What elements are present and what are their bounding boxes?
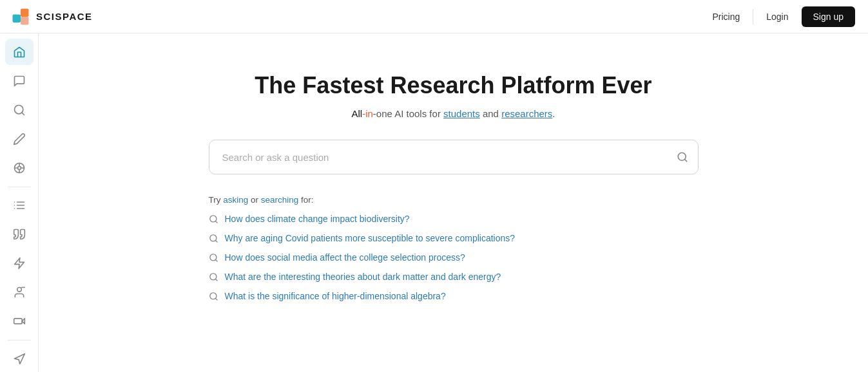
svg-rect-1 [21, 8, 28, 16]
svg-line-25 [215, 221, 217, 223]
suggestions-label-asking: asking [223, 195, 248, 205]
search-input[interactable] [209, 140, 699, 174]
sidebar-item-person[interactable] [5, 279, 34, 306]
subtitle-students: students [443, 108, 480, 119]
svg-rect-0 [13, 14, 21, 22]
search-circle-icon [13, 104, 26, 116]
svg-rect-20 [14, 319, 22, 324]
svg-marker-17 [14, 258, 24, 269]
sidebar-item-search[interactable] [5, 97, 34, 123]
sidebar-item-extensions[interactable] [5, 154, 34, 181]
suggestion-item-5[interactable]: What is the significance of higher-dimen… [209, 291, 699, 301]
logo-text: SCISPACE [36, 11, 93, 22]
suggestion-item-2[interactable]: Why are aging Covid patients more suscep… [209, 233, 699, 243]
suggestion-search-icon-5 [209, 292, 218, 301]
subtitle-one: -one AI tools for [373, 108, 443, 119]
logo-area: SCISPACE [10, 6, 93, 27]
pricing-button[interactable]: Pricing [702, 6, 750, 27]
suggestions-label-middle: or [248, 195, 261, 205]
signup-button[interactable]: Sign up [802, 6, 855, 27]
sidebar-item-quotes[interactable] [5, 221, 34, 248]
svg-point-18 [17, 288, 21, 292]
suggestion-text-5: What is the significance of higher-dimen… [225, 291, 446, 301]
svg-line-29 [215, 259, 217, 261]
bolt-icon [13, 257, 26, 270]
sidebar-item-megaphone[interactable] [5, 346, 34, 372]
megaphone-icon [13, 353, 26, 366]
nav-divider [753, 9, 753, 24]
sidebar-item-chat[interactable] [5, 68, 34, 94]
search-button[interactable] [677, 151, 688, 163]
suggestion-text-1: How does climate change impact biodivers… [225, 214, 410, 224]
svg-line-33 [215, 298, 217, 300]
suggestion-item-1[interactable]: How does climate change impact biodivers… [209, 214, 699, 224]
nav-right: Pricing Login Sign up [702, 6, 855, 27]
home-icon [13, 46, 26, 59]
sidebar-item-edit[interactable] [5, 126, 34, 152]
suggestion-text-2: Why are aging Covid patients more suscep… [225, 233, 516, 243]
suggestion-text-3: How does social media affect the college… [225, 252, 465, 263]
sidebar-item-list[interactable] [5, 192, 34, 218]
suggestion-search-icon-1 [209, 214, 218, 224]
sidebar-divider-2 [8, 340, 31, 340]
svg-line-4 [21, 113, 24, 115]
person-badge-icon [13, 286, 26, 299]
sidebar-item-video[interactable] [5, 308, 34, 335]
svg-line-27 [215, 240, 217, 242]
suggestions-label: Try asking or searching for: [209, 195, 699, 205]
suggestion-search-icon-4 [209, 272, 218, 282]
quote-icon [13, 228, 26, 241]
subtitle-all: All [351, 108, 362, 119]
subtitle-in: -in [362, 108, 373, 119]
extensions-icon [13, 162, 26, 174]
topnav: SCISPACE Pricing Login Sign up [0, 0, 868, 33]
video-icon [13, 315, 26, 328]
logo-icon [10, 6, 31, 27]
suggestions-label-searching: searching [261, 195, 299, 205]
subtitle-and: and [480, 108, 501, 119]
subtitle-researchers: researchers [501, 108, 552, 119]
suggestion-item-3[interactable]: How does social media affect the college… [209, 252, 699, 263]
suggestion-item-4[interactable]: What are the interesting theories about … [209, 272, 699, 282]
search-container [209, 140, 699, 174]
suggestion-search-icon-3 [209, 253, 218, 263]
sidebar-divider-1 [8, 187, 31, 187]
layout: The Fastest Research Platform Ever All-i… [0, 0, 868, 372]
svg-rect-2 [21, 17, 28, 24]
hero-subtitle: All-in-one AI tools for students and res… [351, 108, 555, 119]
login-button[interactable]: Login [756, 6, 798, 27]
suggestions-label-try: Try [209, 195, 224, 205]
sidebar-item-bolt[interactable] [5, 250, 34, 277]
svg-line-23 [684, 159, 686, 161]
chat-icon [13, 75, 26, 88]
hero-title: The Fastest Research Platform Ever [255, 72, 651, 99]
main-content: The Fastest Research Platform Ever All-i… [39, 33, 868, 372]
suggestions-area: Try asking or searching for: How does cl… [209, 195, 699, 310]
sidebar [0, 33, 39, 372]
subtitle-period: . [552, 108, 555, 119]
suggestion-text-4: What are the interesting theories about … [225, 272, 501, 282]
edit-icon [13, 133, 26, 145]
search-icon [677, 151, 688, 163]
list-icon [13, 199, 26, 212]
suggestions-label-suffix: for: [298, 195, 313, 205]
suggestion-search-icon-2 [209, 234, 218, 243]
svg-line-31 [215, 279, 217, 281]
sidebar-item-home[interactable] [5, 39, 34, 65]
